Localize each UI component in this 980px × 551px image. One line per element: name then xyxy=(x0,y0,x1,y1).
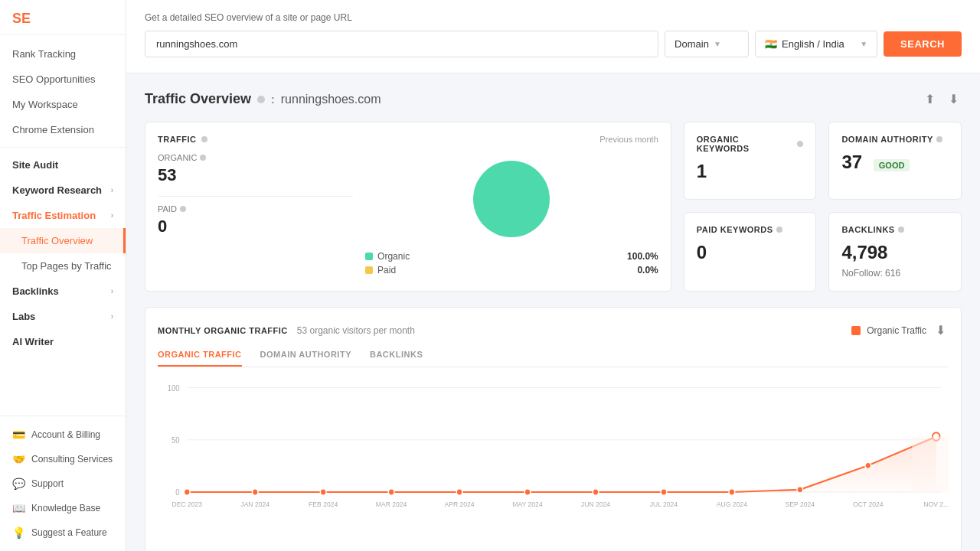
main-content: Get a detailed SEO overview of a site or… xyxy=(126,0,980,551)
domain-option: Domain xyxy=(675,38,709,50)
paid-stat: PAID 0 xyxy=(158,204,353,236)
sidebar-item-site-audit[interactable]: Site Audit xyxy=(0,152,126,178)
sidebar-item-chrome-extension[interactable]: Chrome Extension xyxy=(0,117,126,142)
organic-keywords-value: 1 xyxy=(697,161,804,182)
sidebar-bottom-knowledge-base[interactable]: 📖 Knowledge Base xyxy=(0,496,126,520)
traffic-info-icon[interactable] xyxy=(201,136,207,142)
account-icon: 💳 xyxy=(12,429,25,441)
sidebar-nav: Rank Tracking SEO Opportunities My Works… xyxy=(0,35,126,416)
sidebar-bottom-consulting[interactable]: 🤝 Consulting Services xyxy=(0,447,126,471)
sidebar-item-label: My Workspace xyxy=(12,99,78,110)
search-label: Get a detailed SEO overview of a site or… xyxy=(145,12,962,23)
tab-backlinks[interactable]: BACKLINKS xyxy=(370,350,423,367)
sidebar-item-label: Site Audit xyxy=(12,159,58,171)
search-button[interactable]: SEARCH xyxy=(884,31,962,57)
svg-text:DEC 2023: DEC 2023 xyxy=(172,500,202,508)
organic-legend-dot xyxy=(365,253,373,260)
organic-legend-pct: 100.0% xyxy=(627,251,658,262)
sidebar-bottom-label: Knowledge Base xyxy=(31,503,100,514)
backlinks-info-icon[interactable] xyxy=(898,227,904,233)
traffic-label: TRAFFIC xyxy=(158,135,197,144)
paid-legend-dot xyxy=(365,266,373,274)
svg-text:MAR 2024: MAR 2024 xyxy=(376,500,407,508)
sidebar-bottom-support[interactable]: 💬 Support xyxy=(0,471,126,496)
good-badge: GOOD xyxy=(874,159,910,171)
svg-text:0: 0 xyxy=(175,488,180,497)
sidebar-item-label: Labs xyxy=(12,311,35,322)
traffic-card-header: TRAFFIC Previous month xyxy=(158,135,658,144)
sidebar-item-traffic-estimation[interactable]: Traffic Estimation › xyxy=(0,203,126,228)
content-area: Traffic Overview : runningshoes.com ⬆ ⬇ … xyxy=(126,73,980,551)
chevron-right-icon: › xyxy=(111,186,113,194)
svg-text:AUG 2024: AUG 2024 xyxy=(717,500,747,508)
backlinks-card: BACKLINKS 4,798 NoFollow: 616 xyxy=(828,212,962,292)
sidebar-bottom-label: Account & Billing xyxy=(31,429,100,440)
sidebar-divider xyxy=(0,147,126,148)
chart-tabs: ORGANIC TRAFFIC DOMAIN AUTHORITY BACKLIN… xyxy=(158,350,949,367)
sidebar-item-keyword-research[interactable]: Keyword Research › xyxy=(0,178,126,203)
organic-keywords-label: ORGANIC KEYWORDS xyxy=(697,135,795,153)
overview-actions: ⬆ ⬇ xyxy=(922,89,962,109)
sidebar-item-label: Chrome Extension xyxy=(12,124,94,135)
sidebar-item-top-pages[interactable]: Top Pages by Traffic xyxy=(0,253,126,279)
traffic-stats: ORGANIC 53 PAID 0 xyxy=(158,153,353,279)
monthly-chart-svg: 100 50 0 xyxy=(158,380,949,540)
sidebar-bottom-account[interactable]: 💳 Account & Billing xyxy=(0,422,126,447)
paid-kw-info-icon[interactable] xyxy=(776,227,782,233)
right-cards: ORGANIC KEYWORDS 1 DOMAIN AUTHORITY 37 G… xyxy=(684,122,962,292)
sidebar-item-label: Top Pages by Traffic xyxy=(21,260,112,272)
sidebar-bottom-label: Support xyxy=(31,478,64,489)
overview-title: Traffic Overview : runningshoes.com xyxy=(145,91,381,107)
svg-text:MAY 2024: MAY 2024 xyxy=(512,500,542,508)
backlinks-label: BACKLINKS xyxy=(841,225,894,234)
url-input[interactable] xyxy=(145,31,658,57)
monthly-section: MONTHLY ORGANIC TRAFFIC 53 organic visit… xyxy=(145,307,962,551)
organic-value: 53 xyxy=(158,165,353,185)
sidebar-item-ai-writer[interactable]: AI Writer xyxy=(0,329,126,354)
paid-keywords-card: PAID KEYWORDS 0 xyxy=(684,212,817,292)
organic-legend-label: Organic xyxy=(377,251,410,262)
chevron-right-icon: › xyxy=(111,312,113,321)
sidebar-item-seo-opportunities[interactable]: SEO Opportunities xyxy=(0,67,126,92)
sidebar-item-backlinks[interactable]: Backlinks › xyxy=(0,279,126,304)
sidebar-item-my-workspace[interactable]: My Workspace xyxy=(0,92,126,117)
right-cards-top: ORGANIC KEYWORDS 1 DOMAIN AUTHORITY 37 G… xyxy=(684,122,962,200)
paid-legend-pct: 0.0% xyxy=(637,265,658,276)
status-dot xyxy=(257,96,265,103)
monthly-legend-label: Organic Traffic xyxy=(867,325,926,336)
download-button[interactable]: ⬇ xyxy=(946,89,962,109)
svg-text:JAN 2024: JAN 2024 xyxy=(240,500,270,508)
sidebar-item-label: SEO Opportunities xyxy=(12,73,95,85)
organic-kw-info-icon[interactable] xyxy=(797,141,803,147)
domain-authority-card: DOMAIN AUTHORITY 37 GOOD xyxy=(828,122,962,200)
donut-svg xyxy=(466,153,557,245)
sidebar-item-traffic-overview[interactable]: Traffic Overview xyxy=(0,228,126,253)
sidebar-item-label: Traffic Estimation xyxy=(12,210,96,221)
flag-icon: 🇮🇳 xyxy=(765,38,777,50)
search-section: Get a detailed SEO overview of a site or… xyxy=(126,0,980,73)
paid-keywords-value: 0 xyxy=(697,242,804,263)
chart-highlight xyxy=(912,437,949,492)
support-icon: 💬 xyxy=(12,478,25,490)
sidebar-item-labs[interactable]: Labs › xyxy=(0,304,126,329)
organic-info-icon[interactable] xyxy=(200,155,206,161)
chevron-down-icon: › xyxy=(111,211,113,220)
monthly-download-button[interactable]: ⬇ xyxy=(933,320,949,341)
language-dropdown[interactable]: 🇮🇳 English / India ▼ xyxy=(755,31,877,57)
donut-chart: Organic 100.0% Paid 0.0% xyxy=(365,153,658,279)
da-info-icon[interactable] xyxy=(936,136,942,142)
traffic-body: ORGANIC 53 PAID 0 xyxy=(158,153,658,279)
domain-dropdown[interactable]: Domain ▼ xyxy=(665,31,749,57)
overview-domain: runningshoes.com xyxy=(281,93,381,106)
sidebar-item-label: Backlinks xyxy=(12,285,59,297)
paid-info-icon[interactable] xyxy=(180,206,186,212)
tab-organic-traffic[interactable]: ORGANIC TRAFFIC xyxy=(158,350,242,367)
sidebar-item-rank-tracking[interactable]: Rank Tracking xyxy=(0,41,126,67)
tab-domain-authority[interactable]: DOMAIN AUTHORITY xyxy=(260,350,351,367)
svg-text:JUL 2024: JUL 2024 xyxy=(650,500,678,508)
organic-stat: ORGANIC 53 xyxy=(158,153,353,185)
share-button[interactable]: ⬆ xyxy=(922,89,938,109)
right-cards-bottom: PAID KEYWORDS 0 BACKLINKS 4,798 NoFollow… xyxy=(684,212,962,292)
sidebar-bottom-suggest[interactable]: 💡 Suggest a Feature xyxy=(0,520,126,545)
paid-keywords-label: PAID KEYWORDS xyxy=(697,225,773,234)
